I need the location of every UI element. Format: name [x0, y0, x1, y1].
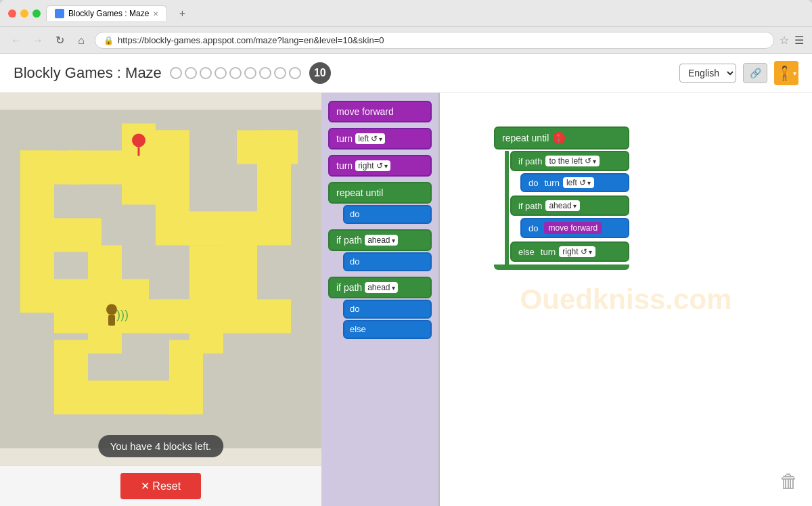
toolbox-if-ahead-group: if path ahead ▾ do: [328, 229, 432, 271]
toolbox-repeat-do: do: [336, 205, 432, 224]
forward-button[interactable]: →: [30, 32, 46, 49]
bookmark-button[interactable]: ☆: [780, 34, 789, 47]
toolbox-if-do: do: [336, 252, 432, 271]
level-dot-8[interactable]: [274, 67, 286, 79]
ws-repeat-bottom: [494, 264, 629, 270]
tab-favicon: [55, 9, 64, 18]
turn-right-dropdown[interactable]: right ↺ ▾: [355, 160, 390, 171]
level-dot-2[interactable]: [185, 67, 197, 79]
language-selector[interactable]: English: [679, 64, 736, 83]
level-dot-6[interactable]: [244, 67, 256, 79]
lock-icon: 🔒: [104, 36, 114, 45]
ws-goal-marker: 📍: [553, 132, 565, 144]
ws-if-path-left-block[interactable]: if path to the left ↺ ▾: [510, 151, 629, 171]
home-button[interactable]: ⌂: [73, 32, 89, 49]
svg-text:))): ))): [116, 308, 129, 321]
toolbox-do-block: do: [343, 205, 432, 224]
ws-ahead-dropdown[interactable]: ahead ▾: [545, 200, 579, 211]
ws-repeat-label: repeat until: [502, 133, 549, 143]
ws-turn-label-2: turn: [541, 247, 556, 257]
if-ahead-dropdown[interactable]: ahead ▾: [365, 235, 397, 246]
trash-icon[interactable]: 🗑: [780, 470, 798, 492]
level-badge[interactable]: 10: [309, 62, 331, 84]
svg-point-24: [132, 134, 145, 147]
link-icon: 🔗: [750, 68, 761, 78]
svg-point-21: [106, 304, 117, 315]
ws-else-label: else: [518, 247, 535, 257]
menu-button[interactable]: ☰: [794, 34, 804, 47]
close-button[interactable]: [8, 9, 16, 18]
toolbox-if-do-block: do: [343, 252, 432, 271]
svg-rect-20: [257, 131, 291, 246]
active-tab[interactable]: Blockly Games : Maze ✕: [46, 5, 167, 21]
address-bar: ← → ↻ ⌂ 🔒 https://blockly-games.appspot.…: [0, 27, 812, 54]
level-dot-5[interactable]: [229, 67, 242, 79]
traffic-lights: [8, 9, 41, 18]
maze-panel: ))) You have 4 blocks left. ✕ Reset: [0, 93, 321, 506]
svg-rect-14: [169, 340, 203, 415]
toolbox-move-forward-block[interactable]: move forward: [328, 101, 432, 122]
minimize-button[interactable]: [20, 9, 28, 18]
level-dot-7[interactable]: [259, 67, 271, 79]
new-tab-button[interactable]: +: [173, 5, 191, 22]
toolbox-if-ahead-block[interactable]: if path ahead ▾: [328, 229, 432, 251]
ws-turn-left-dropdown[interactable]: left ↺ ▾: [563, 177, 594, 188]
turn-left-dropdown[interactable]: left ↺ ▾: [355, 133, 385, 144]
svg-rect-18: [122, 131, 189, 164]
ws-turn-label-1: turn: [544, 178, 559, 188]
level-dots: [170, 67, 301, 79]
ws-do-move-forward-block[interactable]: do move forward: [520, 218, 629, 238]
workspace-panel[interactable]: Ouedkniss.com repeat until 📍 if path to …: [440, 93, 812, 506]
link-button[interactable]: 🔗: [743, 63, 767, 83]
reload-button[interactable]: ↻: [51, 32, 68, 49]
level-dot-3[interactable]: [200, 67, 212, 79]
page-content: Blockly Games : Maze 10 English 🔗: [0, 54, 812, 506]
toolbox-if-else-block[interactable]: if path ahead ▾: [328, 277, 432, 298]
toolbox-turn-right-block[interactable]: turn right ↺ ▾: [328, 155, 432, 177]
level-dot-4[interactable]: [215, 67, 227, 79]
main-area: ))) You have 4 blocks left. ✕ Reset: [0, 93, 812, 506]
url-text: https://blockly-games.appspot.com/maze?l…: [118, 35, 384, 45]
tab-title: Blockly Games : Maze: [68, 9, 149, 18]
workspace-assembled-blocks: repeat until 📍 if path to the left ↺ ▾ d…: [494, 127, 629, 270]
tab-close-button[interactable]: ✕: [153, 10, 158, 18]
page-header: Blockly Games : Maze 10 English 🔗: [0, 54, 812, 93]
svg-rect-22: [108, 315, 115, 326]
toolbox-repeat-block-group: repeat until do: [328, 182, 432, 224]
toolbox-panel: move forward turn left ↺ ▾ turn right ↺ …: [321, 93, 440, 506]
ws-else-block[interactable]: else turn right ↺ ▾: [510, 242, 629, 262]
maximize-button[interactable]: [32, 9, 41, 18]
back-button[interactable]: ←: [8, 32, 24, 49]
avatar-button[interactable]: 🧍 ▾: [774, 61, 798, 85]
move-forward-label: move forward: [336, 106, 394, 117]
toolbox-turn-left-block[interactable]: turn left ↺ ▾: [328, 128, 432, 150]
ws-move-forward-inner: move forward: [544, 222, 602, 234]
header-right: English 🔗 🧍 ▾: [679, 61, 798, 85]
ws-repeat-block[interactable]: repeat until 📍: [494, 127, 629, 150]
ws-do-label-2: do: [528, 223, 538, 233]
avatar-dropdown-arrow: ▾: [793, 70, 796, 77]
turn-right-label: turn: [336, 160, 353, 171]
maze-container: ))) You have 4 blocks left.: [0, 93, 321, 465]
toolbox-repeat-block[interactable]: repeat until: [328, 182, 432, 204]
level-dot-9[interactable]: [289, 67, 301, 79]
browser-window: Blockly Games : Maze ✕ + ← → ↻ ⌂ 🔒 https…: [0, 0, 812, 506]
title-bar: Blockly Games : Maze ✕ +: [0, 0, 812, 27]
toolbox-if-else-else: else: [336, 320, 432, 339]
ws-if-path-ahead-block[interactable]: if path ahead ▾: [510, 196, 629, 216]
blocks-left-message: You have 4 blocks left.: [98, 435, 224, 457]
ws-do-container: if path to the left ↺ ▾ do turn left ↺ ▾…: [505, 151, 629, 266]
ws-if-label-1: if path: [518, 156, 542, 166]
if-else-ahead-dropdown[interactable]: ahead ▾: [365, 282, 397, 293]
url-bar[interactable]: 🔒 https://blockly-games.appspot.com/maze…: [95, 32, 774, 49]
toolbox-if-else-do: do: [336, 300, 432, 319]
ws-do-turn-left-block[interactable]: do turn left ↺ ▾: [520, 173, 629, 192]
toolbox-if-else-do-block: do: [343, 300, 432, 319]
reset-button[interactable]: ✕ Reset: [120, 473, 201, 499]
ws-if-label-2: if path: [518, 201, 542, 211]
ws-to-the-left-dropdown[interactable]: to the left ↺ ▾: [545, 156, 600, 166]
avatar-icon: 🧍: [776, 65, 793, 81]
watermark: Ouedkniss.com: [520, 283, 732, 316]
ws-turn-right-dropdown[interactable]: right ↺ ▾: [559, 246, 595, 257]
level-dot-1[interactable]: [170, 67, 182, 79]
